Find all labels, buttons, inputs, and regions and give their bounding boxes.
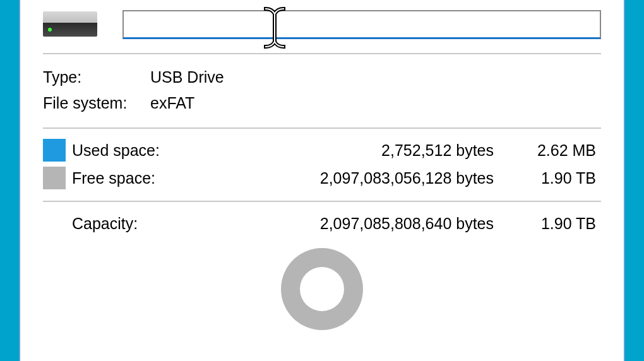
free-space-hr: 1.90 TB <box>513 169 601 187</box>
capacity-bytes: 2,097,085,808,640 bytes <box>236 215 513 233</box>
drive-properties-panel: Type: USB Drive File system: exFAT Used … <box>19 0 625 361</box>
drive-icon <box>43 11 97 37</box>
capacity-label: Capacity: <box>72 215 236 233</box>
used-space-label: Used space: <box>72 141 236 160</box>
info-block: Type: USB Drive File system: exFAT <box>43 54 601 129</box>
capacity-block: Capacity: 2,097,085,808,640 bytes 1.90 T… <box>43 202 601 335</box>
capacity-hr: 1.90 TB <box>513 215 601 233</box>
filesystem-value: exFAT <box>150 94 601 112</box>
free-space-swatch <box>43 167 66 189</box>
used-space-swatch <box>43 139 66 162</box>
drive-name-field-wrap <box>122 10 601 39</box>
header-row <box>43 4 601 54</box>
drive-name-input[interactable] <box>122 10 601 39</box>
type-label: Type: <box>43 68 150 86</box>
used-space-bytes: 2,752,512 bytes <box>236 141 513 160</box>
free-space-bytes: 2,097,083,056,128 bytes <box>236 169 513 187</box>
used-space-hr: 2.62 MB <box>513 141 601 160</box>
usage-pie-chart <box>43 248 601 330</box>
free-space-label: Free space: <box>72 169 236 187</box>
type-value: USB Drive <box>150 68 601 86</box>
space-block: Used space: 2,752,512 bytes 2.62 MB Free… <box>43 129 601 202</box>
filesystem-label: File system: <box>43 94 150 112</box>
